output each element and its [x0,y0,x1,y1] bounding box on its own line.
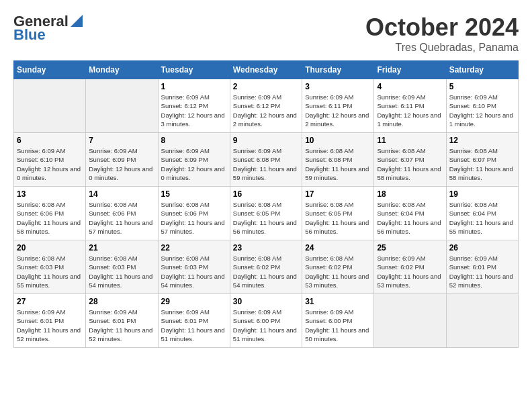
table-cell: 16Sunrise: 6:08 AMSunset: 6:05 PMDayligh… [230,187,302,240]
table-cell: 3Sunrise: 6:09 AMSunset: 6:11 PMDaylight… [302,79,374,133]
table-cell: 10Sunrise: 6:08 AMSunset: 6:08 PMDayligh… [302,133,374,187]
table-cell: 31Sunrise: 6:09 AMSunset: 6:00 PMDayligh… [302,294,374,348]
title-area: October 2024 Tres Quebradas, Panama [365,13,519,54]
month-title: October 2024 [365,13,519,42]
day-info: Sunrise: 6:09 AMSunset: 6:01 PMDaylight:… [449,254,515,289]
day-number: 7 [89,136,154,145]
day-info: Sunrise: 6:08 AMSunset: 6:02 PMDaylight:… [305,254,371,289]
table-cell: 25Sunrise: 6:09 AMSunset: 6:02 PMDayligh… [374,240,446,294]
table-cell [446,294,518,348]
day-info: Sunrise: 6:09 AMSunset: 6:01 PMDaylight:… [89,308,154,343]
day-info: Sunrise: 6:09 AMSunset: 6:12 PMDaylight:… [161,93,227,128]
header-day-thursday: Thursday [302,61,374,79]
day-info: Sunrise: 6:08 AMSunset: 6:03 PMDaylight:… [89,254,154,289]
day-number: 13 [17,189,83,199]
day-number: 17 [305,189,371,199]
day-info: Sunrise: 6:08 AMSunset: 6:06 PMDaylight:… [89,200,154,236]
table-cell: 18Sunrise: 6:08 AMSunset: 6:04 PMDayligh… [374,187,446,240]
logo: General Blue [13,13,83,43]
table-cell: 5Sunrise: 6:09 AMSunset: 6:10 PMDaylight… [446,79,518,133]
day-info: Sunrise: 6:09 AMSunset: 6:11 PMDaylight:… [305,93,371,128]
day-number: 22 [161,243,227,253]
svg-marker-0 [71,15,83,27]
week-row-4: 20Sunrise: 6:08 AMSunset: 6:03 PMDayligh… [14,240,519,294]
day-number: 14 [89,189,154,199]
day-info: Sunrise: 6:09 AMSunset: 6:10 PMDaylight:… [449,93,515,128]
day-info: Sunrise: 6:09 AMSunset: 6:11 PMDaylight:… [377,93,443,128]
table-cell [86,79,158,133]
day-number: 11 [377,136,443,145]
table-cell: 26Sunrise: 6:09 AMSunset: 6:01 PMDayligh… [446,240,518,294]
day-number: 23 [233,243,299,253]
day-number: 27 [17,297,83,306]
day-number: 20 [17,243,83,253]
table-cell: 22Sunrise: 6:08 AMSunset: 6:03 PMDayligh… [158,240,230,294]
day-number: 12 [449,136,515,145]
day-info: Sunrise: 6:09 AMSunset: 6:10 PMDaylight:… [17,146,83,182]
day-info: Sunrise: 6:08 AMSunset: 6:03 PMDaylight:… [17,254,83,289]
day-info: Sunrise: 6:09 AMSunset: 6:08 PMDaylight:… [233,146,299,182]
day-info: Sunrise: 6:09 AMSunset: 6:09 PMDaylight:… [89,146,154,182]
table-cell: 7Sunrise: 6:09 AMSunset: 6:09 PMDaylight… [86,133,158,187]
day-number: 9 [233,136,299,145]
day-number: 31 [305,297,371,306]
day-info: Sunrise: 6:09 AMSunset: 6:09 PMDaylight:… [161,146,227,182]
table-cell: 21Sunrise: 6:08 AMSunset: 6:03 PMDayligh… [86,240,158,294]
week-row-3: 13Sunrise: 6:08 AMSunset: 6:06 PMDayligh… [14,187,519,240]
day-number: 19 [449,189,515,199]
table-cell: 13Sunrise: 6:08 AMSunset: 6:06 PMDayligh… [14,187,86,240]
day-number: 2 [233,82,299,91]
day-number: 26 [449,243,515,253]
header-day-saturday: Saturday [446,61,518,79]
calendar-body: 1Sunrise: 6:09 AMSunset: 6:12 PMDaylight… [14,79,519,348]
day-info: Sunrise: 6:08 AMSunset: 6:08 PMDaylight:… [305,146,371,182]
day-info: Sunrise: 6:09 AMSunset: 6:02 PMDaylight:… [377,254,443,289]
table-cell: 2Sunrise: 6:09 AMSunset: 6:12 PMDaylight… [230,79,302,133]
header-day-sunday: Sunday [14,61,86,79]
day-number: 21 [89,243,154,253]
table-cell: 17Sunrise: 6:08 AMSunset: 6:05 PMDayligh… [302,187,374,240]
day-info: Sunrise: 6:08 AMSunset: 6:02 PMDaylight:… [233,254,299,289]
table-cell: 14Sunrise: 6:08 AMSunset: 6:06 PMDayligh… [86,187,158,240]
day-info: Sunrise: 6:08 AMSunset: 6:07 PMDaylight:… [449,146,515,182]
days-of-week-row: SundayMondayTuesdayWednesdayThursdayFrid… [14,61,519,79]
table-cell: 29Sunrise: 6:09 AMSunset: 6:01 PMDayligh… [158,294,230,348]
header-day-monday: Monday [86,61,158,79]
table-cell: 9Sunrise: 6:09 AMSunset: 6:08 PMDaylight… [230,133,302,187]
week-row-5: 27Sunrise: 6:09 AMSunset: 6:01 PMDayligh… [14,294,519,348]
day-number: 4 [377,82,443,91]
day-info: Sunrise: 6:09 AMSunset: 6:00 PMDaylight:… [233,308,299,343]
day-info: Sunrise: 6:08 AMSunset: 6:06 PMDaylight:… [161,200,227,236]
table-cell [374,294,446,348]
day-number: 3 [305,82,371,91]
table-cell: 24Sunrise: 6:08 AMSunset: 6:02 PMDayligh… [302,240,374,294]
day-number: 25 [377,243,443,253]
day-number: 6 [17,136,83,145]
calendar-header: SundayMondayTuesdayWednesdayThursdayFrid… [14,61,519,79]
table-cell: 23Sunrise: 6:08 AMSunset: 6:02 PMDayligh… [230,240,302,294]
table-cell: 1Sunrise: 6:09 AMSunset: 6:12 PMDaylight… [158,79,230,133]
day-number: 30 [233,297,299,306]
day-info: Sunrise: 6:09 AMSunset: 6:01 PMDaylight:… [161,308,227,343]
header-day-friday: Friday [374,61,446,79]
logo-blue: Blue [13,27,46,43]
table-cell: 11Sunrise: 6:08 AMSunset: 6:07 PMDayligh… [374,133,446,187]
day-number: 10 [305,136,371,145]
location-title: Tres Quebradas, Panama [365,42,519,54]
day-number: 16 [233,189,299,199]
table-cell [14,79,86,133]
day-info: Sunrise: 6:08 AMSunset: 6:03 PMDaylight:… [161,254,227,289]
day-number: 18 [377,189,443,199]
header: General Blue October 2024 Tres Quebradas… [13,13,519,54]
table-cell: 28Sunrise: 6:09 AMSunset: 6:01 PMDayligh… [86,294,158,348]
table-cell: 20Sunrise: 6:08 AMSunset: 6:03 PMDayligh… [14,240,86,294]
table-cell: 8Sunrise: 6:09 AMSunset: 6:09 PMDaylight… [158,133,230,187]
header-day-tuesday: Tuesday [158,61,230,79]
week-row-1: 1Sunrise: 6:09 AMSunset: 6:12 PMDaylight… [14,79,519,133]
day-number: 28 [89,297,154,306]
day-info: Sunrise: 6:08 AMSunset: 6:05 PMDaylight:… [233,200,299,236]
day-number: 8 [161,136,227,145]
table-cell: 6Sunrise: 6:09 AMSunset: 6:10 PMDaylight… [14,133,86,187]
table-cell: 4Sunrise: 6:09 AMSunset: 6:11 PMDaylight… [374,79,446,133]
day-info: Sunrise: 6:09 AMSunset: 6:01 PMDaylight:… [17,308,83,343]
